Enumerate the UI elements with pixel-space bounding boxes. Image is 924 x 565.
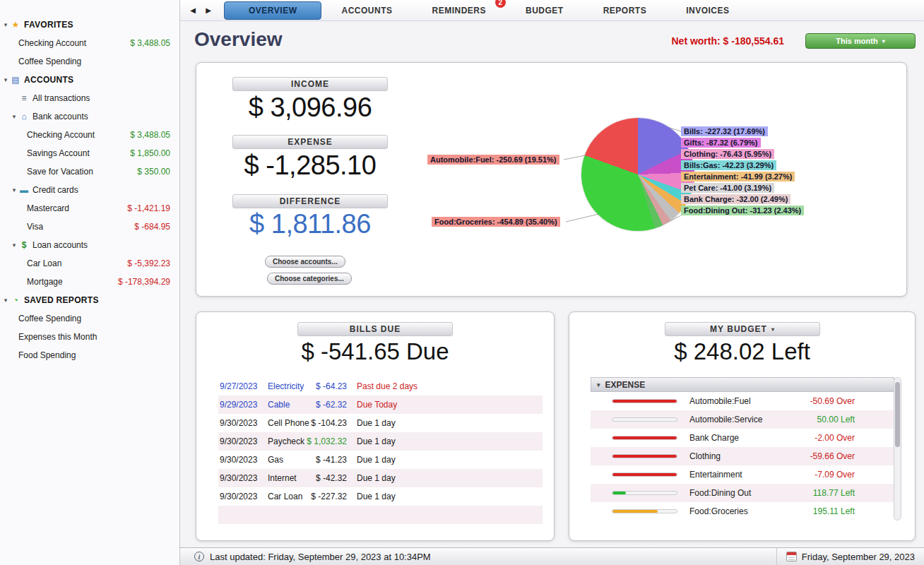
sidebar-item-mastercard[interactable]: Mastercard$ -1,421.19 xyxy=(0,199,179,218)
bill-name: Gas xyxy=(268,455,283,465)
pie-slice-label: Automobile:Fuel: -250.69 (19.51%) xyxy=(427,155,559,165)
sidebar-item-label: ACCOUNTS xyxy=(24,75,73,85)
bill-date: 9/30/2023 xyxy=(220,455,257,465)
budget-row[interactable]: Bank Charge-2.00 Over xyxy=(591,429,894,447)
bill-row[interactable]: 9/30/2023Paycheck$ 1,032.32Due 1 day xyxy=(218,432,543,451)
sidebar-item-label: Visa xyxy=(27,222,43,232)
info-icon: i xyxy=(194,552,204,561)
calendar-icon xyxy=(786,552,797,561)
bank-icon: ⌂ xyxy=(18,112,30,121)
net-worth-value: $ -180,554.61 xyxy=(723,35,784,47)
sidebar-item-loan-accounts[interactable]: ▾$Loan accounts xyxy=(0,236,179,254)
sidebar-section-favorites[interactable]: ▾★FAVORITES xyxy=(0,16,179,34)
sidebar-section-saved-reports[interactable]: ▾◔SAVED REPORTS xyxy=(0,291,179,309)
main-content: Overview Net worth: $ -180,554.61 This m… xyxy=(180,21,924,547)
bill-status: Past due 2 days xyxy=(357,381,417,391)
forward-icon[interactable]: ▶ xyxy=(203,5,214,16)
bill-row[interactable]: 9/29/2023Cable$ -62.32Due Today xyxy=(218,396,543,414)
sidebar-item-coffee-spending[interactable]: Coffee Spending xyxy=(0,309,179,328)
budget-row[interactable]: Automobile:Service50.00 Left xyxy=(591,410,894,429)
chevron-down-icon[interactable]: ▾ xyxy=(1,21,10,28)
chevron-down-icon[interactable]: ▾ xyxy=(10,242,18,249)
tab-overview[interactable]: OVERVIEW xyxy=(224,1,321,20)
budget-scrollbar[interactable] xyxy=(894,377,901,521)
sidebar-item-label: Credit cards xyxy=(32,185,78,195)
chevron-down-icon[interactable]: ▾ xyxy=(1,76,10,83)
chevron-down-icon[interactable]: ▾ xyxy=(10,186,18,194)
sidebar-item-savings-account[interactable]: Savings Account$ 1,850.00 xyxy=(0,144,179,162)
bill-amount: $ -227.32 xyxy=(289,492,347,501)
tab-accounts[interactable]: ACCOUNTS xyxy=(321,2,412,19)
sidebar-item-checking-account[interactable]: Checking Account$ 3,488.05 xyxy=(0,126,179,144)
tab-invoices[interactable]: INVOICES xyxy=(666,2,749,19)
sidebar-item-checking-account[interactable]: Checking Account$ 3,488.05 xyxy=(0,34,179,52)
bill-row[interactable] xyxy=(218,506,543,524)
budget-row[interactable]: Clothing-59.66 Over xyxy=(591,447,894,465)
budget-header[interactable]: MY BUDGET ▾ xyxy=(665,322,820,336)
sidebar-rows: ▾★FAVORITESChecking Account$ 3,488.05Cof… xyxy=(0,0,179,364)
budget-expense-section-header[interactable]: ▾ EXPENSE xyxy=(591,377,894,392)
budget-row[interactable]: Food:Groceries195.11 Left xyxy=(591,502,894,521)
back-icon[interactable]: ◀ xyxy=(187,5,199,16)
sidebar-item-amount: $ 1,850.00 xyxy=(130,148,170,158)
budget-amount: 195.11 Left xyxy=(813,506,855,516)
bill-row[interactable]: 9/30/2023Cell Phone$ -104.23Due 1 day xyxy=(218,414,543,432)
bill-amount: $ -41.23 xyxy=(289,455,347,465)
bill-date: 9/30/2023 xyxy=(220,418,257,428)
page-title: Overview xyxy=(194,28,283,51)
budget-scrollbar-thumb[interactable] xyxy=(895,382,900,447)
sidebar-item-all-transactions[interactable]: ≡All transactions xyxy=(0,89,179,107)
sidebar-item-save-for-vacation[interactable]: Save for Vacation$ 350.00 xyxy=(0,162,179,181)
bill-row[interactable]: 9/30/2023Gas$ -41.23Due 1 day xyxy=(218,451,543,469)
sidebar-item-food-spending[interactable]: Food Spending xyxy=(0,346,179,364)
sidebar-item-label: SAVED REPORTS xyxy=(24,295,99,305)
budget-row[interactable]: Automobile:Fuel-50.69 Over xyxy=(591,392,894,410)
tab-reports[interactable]: REPORTS xyxy=(584,2,667,19)
choose-categories-button[interactable]: Choose categories... xyxy=(267,273,352,285)
current-date-text: Friday, September 29, 2023 xyxy=(802,552,915,562)
chevron-down-icon: ▾ xyxy=(771,326,775,333)
budget-category-label: Automobile:Fuel xyxy=(689,396,751,406)
choose-accounts-button[interactable]: Choose accounts... xyxy=(265,256,345,268)
sidebar-item-car-loan[interactable]: Car Loan$ -5,392.23 xyxy=(0,254,179,273)
sidebar-item-label: Checking Account xyxy=(27,130,95,140)
last-updated-text: Last updated: Friday, September 29, 2023… xyxy=(210,552,431,562)
pie-slice-label: Entertainment: -41.99 (3.27%) xyxy=(681,172,795,182)
budget-row[interactable]: Food:Dining Out118.77 Left xyxy=(591,484,894,502)
sidebar-item-label: Loan accounts xyxy=(32,240,88,250)
chevron-down-icon[interactable]: ▾ xyxy=(1,297,10,304)
sidebar-item-bank-accounts[interactable]: ▾⌂Bank accounts xyxy=(0,107,179,126)
budget-row[interactable]: Entertainment-7.09 Over xyxy=(591,465,894,484)
bill-status: Due 1 day xyxy=(357,473,396,483)
chevron-down-icon[interactable]: ▾ xyxy=(10,113,18,120)
sidebar-item-visa[interactable]: Visa$ -684.95 xyxy=(0,218,179,236)
bill-amount: $ -42.32 xyxy=(289,473,347,483)
tab-budget[interactable]: BUDGET xyxy=(506,2,584,19)
sidebar-section-accounts[interactable]: ▾▤ACCOUNTS xyxy=(0,71,179,89)
chevron-down-icon: ▾ xyxy=(597,381,600,388)
income-header: INCOME xyxy=(232,77,388,91)
tab-label: BUDGET xyxy=(526,6,564,16)
sidebar-item-mortgage[interactable]: Mortgage$ -178,394.29 xyxy=(0,273,179,291)
budget-amount: -2.00 Over xyxy=(815,433,855,443)
sidebar-item-amount: $ 3,488.05 xyxy=(130,38,170,48)
bills-due-header: BILLS DUE xyxy=(297,322,453,336)
card-icon: ▬ xyxy=(18,185,30,195)
sidebar-item-expenses-this-month[interactable]: Expenses this Month xyxy=(0,328,179,346)
bill-row[interactable]: 9/30/2023Internet$ -42.32Due 1 day xyxy=(218,469,543,487)
sidebar-item-credit-cards[interactable]: ▾▬Credit cards xyxy=(0,181,179,199)
expense-header: EXPENSE xyxy=(232,135,388,149)
pie-chart xyxy=(581,118,694,231)
period-selector-button[interactable]: This month ▾ xyxy=(805,33,916,49)
tab-label: REMINDERS xyxy=(432,6,486,16)
tab-label: REPORTS xyxy=(603,6,647,16)
bill-status: Due 1 day xyxy=(357,418,396,428)
bill-row[interactable]: 9/30/2023Car Loan$ -227.32Due 1 day xyxy=(218,487,543,506)
bill-row[interactable]: 9/27/2023Electricity$ -64.23Past due 2 d… xyxy=(218,377,543,396)
budget-amount: -59.66 Over xyxy=(810,451,855,461)
budget-progress-bar xyxy=(612,491,677,495)
sidebar-item-coffee-spending[interactable]: Coffee Spending xyxy=(0,52,179,71)
pie-slice-label: Bills: -227.32 (17.69%) xyxy=(681,126,768,136)
tab-reminders[interactable]: REMINDERS2 xyxy=(412,2,506,19)
tab-label: INVOICES xyxy=(686,6,729,16)
